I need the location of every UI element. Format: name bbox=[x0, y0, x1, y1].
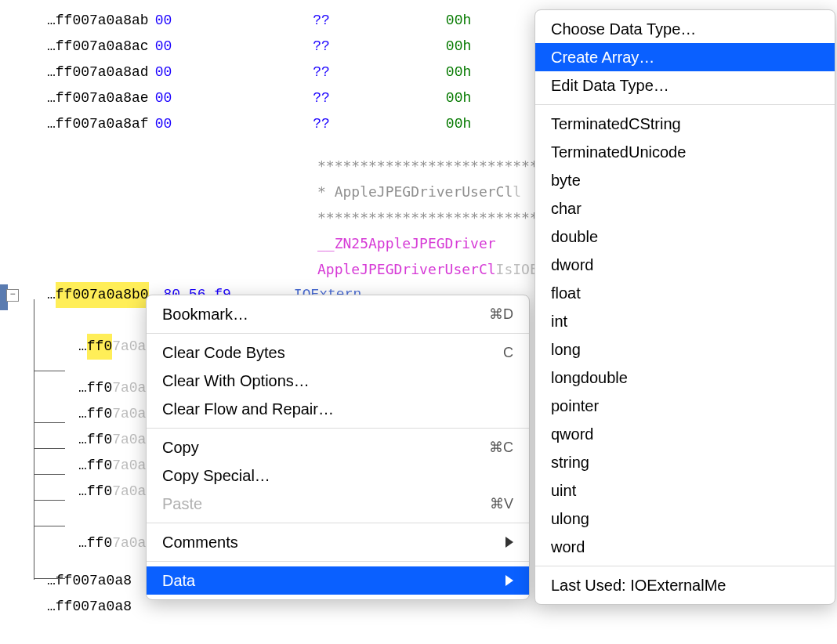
menu-item-copy[interactable]: Copy ⌘C bbox=[147, 433, 529, 461]
submenu-item-choose-data-type[interactable]: Choose Data Type… bbox=[535, 15, 835, 43]
menu-item-clear-with-options[interactable]: Clear With Options… bbox=[147, 367, 529, 395]
chevron-right-icon bbox=[505, 575, 513, 586]
menu-separator bbox=[535, 104, 835, 105]
menu-item-paste: Paste ⌘V bbox=[147, 490, 529, 518]
submenu-item-byte[interactable]: byte bbox=[535, 166, 835, 194]
menu-item-data[interactable]: Data bbox=[147, 566, 529, 595]
address-highlighted: ff007a bbox=[56, 282, 107, 308]
menu-separator bbox=[147, 333, 529, 334]
menu-separator bbox=[147, 561, 529, 562]
submenu-item-char[interactable]: char bbox=[535, 194, 835, 223]
submenu-item-longdouble[interactable]: longdouble bbox=[535, 364, 835, 392]
submenu-item-word[interactable]: word bbox=[535, 533, 835, 561]
submenu-item-last-used[interactable]: Last Used: IOExternalMe bbox=[535, 571, 835, 599]
submenu-item-pointer[interactable]: pointer bbox=[535, 392, 835, 420]
submenu-item-string[interactable]: string bbox=[535, 448, 835, 476]
submenu-item-double[interactable]: double bbox=[535, 223, 835, 251]
submenu-item-ulong[interactable]: ulong bbox=[535, 505, 835, 533]
menu-separator bbox=[147, 428, 529, 429]
menu-item-copy-special[interactable]: Copy Special… bbox=[147, 461, 529, 490]
mnemonic: ?? bbox=[313, 8, 330, 34]
menu-item-comments[interactable]: Comments bbox=[147, 528, 529, 556]
chevron-right-icon bbox=[505, 537, 513, 548]
submenu-item-long[interactable]: long bbox=[535, 335, 835, 364]
menu-item-clear-code-bytes[interactable]: Clear Code Bytes C bbox=[147, 338, 529, 367]
operand: 00h bbox=[446, 8, 471, 34]
submenu-item-int[interactable]: int bbox=[535, 307, 835, 335]
submenu-item-edit-data-type[interactable]: Edit Data Type… bbox=[535, 71, 835, 99]
menu-item-clear-flow-repair[interactable]: Clear Flow and Repair… bbox=[147, 395, 529, 423]
menu-item-bookmark[interactable]: Bookmark… ⌘D bbox=[147, 300, 529, 328]
bytes: 00 bbox=[155, 8, 172, 34]
menu-separator bbox=[147, 523, 529, 523]
submenu-item-terminatedunicode[interactable]: TerminatedUnicode bbox=[535, 138, 835, 166]
context-menu[interactable]: Bookmark… ⌘D Clear Code Bytes C Clear Wi… bbox=[146, 295, 530, 600]
submenu-item-create-array[interactable]: Create Array… bbox=[535, 43, 835, 71]
submenu-item-dword[interactable]: dword bbox=[535, 251, 835, 279]
submenu-item-terminatedcstring[interactable]: TerminatedCString bbox=[535, 110, 835, 138]
submenu-item-qword[interactable]: qword bbox=[535, 420, 835, 448]
tree-connector bbox=[34, 299, 34, 580]
address: ff007a0a8ab bbox=[56, 8, 149, 34]
menu-separator bbox=[535, 566, 835, 566]
submenu-item-uint[interactable]: uint bbox=[535, 476, 835, 505]
submenu-item-float[interactable]: float bbox=[535, 279, 835, 307]
context-submenu-data[interactable]: Choose Data Type… Create Array… Edit Dat… bbox=[534, 9, 835, 605]
